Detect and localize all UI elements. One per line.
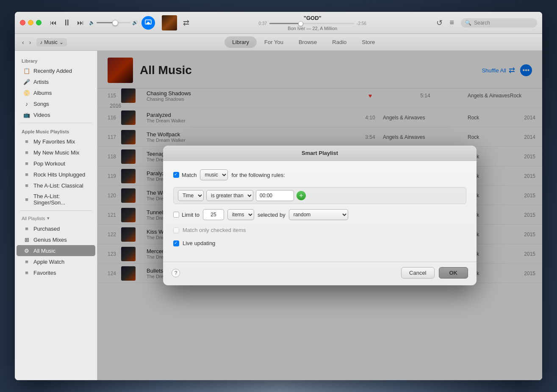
live-updating-checkbox[interactable] bbox=[173, 240, 179, 246]
artist-album: Bon Iver — 22, A Million bbox=[288, 26, 337, 31]
next-button[interactable]: ⏭ bbox=[75, 18, 86, 28]
sidebar-item-rock-hits-unplugged[interactable]: ≡ Rock Hits Unplugged bbox=[17, 169, 95, 180]
sidebar-item-my-new-music-mix[interactable]: ≡ My New Music Mix bbox=[17, 147, 95, 158]
sidebar-item-label: My New Music Mix bbox=[33, 149, 79, 156]
sidebar-item-favorites[interactable]: ≡ Favorites bbox=[17, 267, 95, 278]
sidebar-item-videos[interactable]: 📺 Videos bbox=[17, 109, 95, 120]
maximize-button[interactable] bbox=[36, 20, 42, 25]
traffic-lights bbox=[20, 20, 42, 25]
albums-icon: 📀 bbox=[23, 89, 30, 96]
sidebar-item-a-list-classical[interactable]: ≡ The A-List: Classical bbox=[17, 180, 95, 191]
sidebar-item-a-list-singer[interactable]: ≡ The A-List: Singer/Son... bbox=[17, 191, 95, 208]
sidebar-item-pop-workout[interactable]: ≡ Pop Workout bbox=[17, 158, 95, 169]
limit-unit-select[interactable]: items bbox=[227, 209, 254, 220]
sidebar-item-artists[interactable]: 🎤 Artists bbox=[17, 76, 95, 87]
dialog-overlay: Smart Playlist Match music fo bbox=[97, 51, 542, 380]
rule-field-select[interactable]: Time bbox=[178, 190, 204, 201]
search-box[interactable]: 🔍 bbox=[461, 18, 537, 28]
genius-mixes-icon: ⊞ bbox=[23, 236, 30, 243]
selected-by-select[interactable]: random bbox=[289, 209, 348, 220]
progress-bar[interactable] bbox=[269, 23, 354, 24]
volume-slider[interactable]: 🔈 🔊 bbox=[89, 20, 138, 25]
sidebar-item-my-favorites-mix[interactable]: ≡ My Favorites Mix bbox=[17, 136, 95, 147]
sidebar-item-recently-added[interactable]: 📋 Recently Added bbox=[17, 65, 95, 76]
favorites-icon: ≡ bbox=[23, 269, 30, 276]
minimize-button[interactable] bbox=[28, 20, 33, 25]
match-checked-checkbox[interactable] bbox=[173, 227, 179, 233]
match-row: Match music for the following rules: bbox=[173, 169, 466, 180]
airplay-button[interactable] bbox=[141, 16, 155, 30]
playlist-icon: ≡ bbox=[23, 149, 30, 156]
close-button[interactable] bbox=[20, 20, 25, 25]
playlist-icon: ≡ bbox=[23, 182, 30, 189]
playlist-icon: ≡ bbox=[23, 196, 30, 203]
dialog-footer: ? Cancel OK bbox=[163, 262, 477, 285]
content-area: All Music Shuffle All ⇄ ••• 115 bbox=[97, 51, 542, 380]
smart-playlist-dialog: Smart Playlist Match music fo bbox=[163, 146, 477, 285]
forward-button[interactable]: › bbox=[27, 38, 33, 47]
help-button[interactable]: ? bbox=[172, 269, 180, 277]
progress-fill bbox=[269, 23, 299, 24]
sidebar-item-purchased[interactable]: ≡ Purchased bbox=[17, 223, 95, 234]
nav-location: ♪ Music ⌄ bbox=[36, 38, 67, 47]
library-section-title: Library bbox=[15, 55, 97, 65]
sidebar-item-all-music[interactable]: ⚙ All Music bbox=[17, 245, 95, 256]
progress-container[interactable]: 0:37 -2:56 bbox=[259, 21, 366, 26]
sidebar-item-label: Apple Watch bbox=[33, 259, 64, 265]
tab-for-you[interactable]: For You bbox=[257, 36, 291, 48]
shuffle-button[interactable]: ⇄ bbox=[180, 17, 192, 28]
playlist-icon: ≡ bbox=[23, 138, 30, 145]
search-input[interactable] bbox=[474, 20, 533, 26]
match-checked-row: Match only checked items bbox=[173, 227, 466, 233]
sidebar-item-label: Albums bbox=[33, 90, 52, 96]
sidebar-item-songs[interactable]: ♪ Songs bbox=[17, 98, 95, 109]
limit-checkbox[interactable] bbox=[173, 212, 179, 218]
sidebar-item-apple-watch[interactable]: ≡ Apple Watch bbox=[17, 256, 95, 267]
cancel-button[interactable]: Cancel bbox=[401, 267, 434, 279]
limit-value-input[interactable] bbox=[203, 209, 224, 220]
playlist-icon: ≡ bbox=[23, 160, 30, 167]
dialog-title-bar: Smart Playlist bbox=[163, 146, 477, 161]
sidebar-item-genius-mixes[interactable]: ⊞ Genius Mixes bbox=[17, 234, 95, 245]
tab-radio[interactable]: Radio bbox=[324, 36, 354, 48]
selected-by-label: selected by bbox=[258, 212, 285, 218]
volume-track bbox=[97, 22, 130, 23]
sidebar-item-albums[interactable]: 📀 Albums bbox=[17, 87, 95, 98]
repeat-icon: ↺ bbox=[436, 18, 443, 28]
tab-browse[interactable]: Browse bbox=[291, 36, 324, 48]
previous-button[interactable]: ⏮ bbox=[48, 18, 58, 28]
nav-arrows: ‹ › bbox=[20, 38, 33, 47]
airplay-icon bbox=[145, 19, 152, 26]
itunes-window: ⏮ ⏸ ⏭ 🔈 🔊 ⇄ "GOD" 0:37 bbox=[15, 12, 542, 380]
match-checked-label: Match only checked items bbox=[183, 227, 246, 233]
now-playing-art bbox=[162, 15, 177, 30]
nav-music-icon: ♪ bbox=[40, 39, 42, 45]
play-pause-button[interactable]: ⏸ bbox=[61, 17, 73, 28]
volume-thumb[interactable] bbox=[112, 20, 118, 26]
rule-row: Time is greater than + bbox=[173, 187, 466, 204]
match-checkbox[interactable] bbox=[173, 172, 179, 178]
titlebar: ⏮ ⏸ ⏭ 🔈 🔊 ⇄ "GOD" 0:37 bbox=[15, 12, 542, 34]
back-button[interactable]: ‹ bbox=[20, 38, 26, 47]
all-playlists-toggle[interactable]: All Playlists ▾ bbox=[15, 213, 97, 223]
tab-library[interactable]: Library bbox=[224, 36, 257, 48]
sidebar-item-label: Purchased bbox=[33, 226, 60, 232]
tab-store[interactable]: Store bbox=[354, 36, 382, 48]
sidebar-item-label: The A-List: Singer/Son... bbox=[33, 193, 89, 206]
rule-condition-select[interactable]: is greater than bbox=[206, 190, 253, 201]
videos-icon: 📺 bbox=[23, 111, 30, 118]
ok-button[interactable]: OK bbox=[439, 267, 468, 279]
help-icon: ? bbox=[175, 270, 177, 276]
list-button[interactable]: ≡ bbox=[449, 18, 454, 27]
progress-thumb[interactable] bbox=[298, 21, 303, 26]
remaining-time: -2:56 bbox=[357, 21, 366, 26]
add-rule-button[interactable]: + bbox=[297, 191, 306, 200]
chevron-down-icon: ▾ bbox=[47, 215, 50, 221]
plus-icon: + bbox=[299, 192, 303, 199]
rule-value-input[interactable] bbox=[256, 190, 294, 201]
sidebar-divider-1 bbox=[20, 123, 92, 123]
match-select[interactable]: music bbox=[200, 169, 228, 180]
live-updating-label: Live updating bbox=[183, 240, 215, 246]
now-playing-info: "GOD" 0:37 -2:56 Bon Iver — 22, A Millio… bbox=[195, 15, 430, 31]
search-icon: 🔍 bbox=[465, 20, 471, 26]
